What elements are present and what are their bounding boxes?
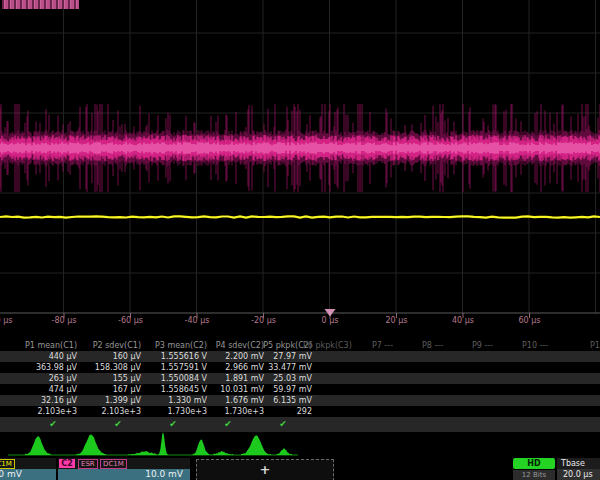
channel-descriptor-c1[interactable]: DC1M 10.0 mV: [0, 458, 56, 480]
measure-row-mean: 363.98 µV 158.308 µV 1.557591 V 2.966 mV…: [0, 362, 600, 373]
status-check-icon: ✔: [222, 417, 234, 431]
add-trace-button[interactable]: +: [196, 459, 334, 480]
measure-header-row: P1 mean(C1) P2 sdev(C1) P3 mean(C2) P4 s…: [0, 340, 600, 351]
param-header-p11[interactable]: P11: [590, 340, 600, 351]
time-axis-label: -100 µs: [0, 315, 12, 327]
param-header-p9[interactable]: P9 ---: [472, 340, 493, 351]
histicon: [76, 435, 106, 455]
measure-cell: 155 µV: [69, 373, 141, 384]
measure-row-value: 440 µV 160 µV 1.555616 V 2.200 mV 27.97 …: [0, 351, 600, 362]
measure-cell: 167 µV: [69, 384, 141, 395]
measure-cell: 33.477 mV: [240, 362, 312, 373]
measure-cell: 160 µV: [69, 351, 141, 362]
time-axis-label: -20 µs: [251, 315, 276, 327]
measure-cell: 27.97 mV: [240, 351, 312, 362]
histicon: [158, 433, 168, 455]
c2-esr-badge: ESR: [78, 459, 98, 469]
measure-cell: 363.98 µV: [5, 362, 77, 373]
param-header-p1[interactable]: P1 mean(C1): [5, 340, 77, 351]
status-check-icon: ✔: [47, 417, 59, 431]
measure-cell: 59.97 mV: [240, 384, 312, 395]
time-axis-label: -80 µs: [52, 315, 77, 327]
time-axis-label: 40 µs: [452, 315, 474, 327]
timebase-value: 20.0 µs: [557, 469, 600, 480]
measure-cell: 25.03 mV: [240, 373, 312, 384]
measure-cell: 6.135 mV: [240, 395, 312, 406]
time-axis-label: -60 µs: [118, 315, 143, 327]
param-header-p5[interactable]: P5 pkpk(C2): [240, 340, 312, 351]
measure-cell: 32.16 µV: [5, 395, 77, 406]
param-header-p7[interactable]: P7 ---: [372, 340, 393, 351]
measure-cell: 292: [240, 406, 312, 417]
measure-cell: 263 µV: [5, 373, 77, 384]
c1-scale-value: 10.0 mV: [0, 469, 22, 480]
bit-resolution-label: 12 Bits: [513, 470, 555, 480]
time-axis-label: 0 µs: [322, 315, 339, 327]
histicon: [241, 435, 271, 455]
c2-coupling-badge: DC1M: [100, 459, 127, 469]
measure-row-max: 474 µV 167 µV 1.558645 V 10.031 mV 59.97…: [0, 384, 600, 395]
timebase-title: Tbase: [557, 458, 600, 469]
param-header-p2[interactable]: P2 sdev(C1): [69, 340, 141, 351]
histicon: [25, 436, 51, 455]
param-header-p6[interactable]: P6 pkpk(C3): [303, 340, 352, 351]
top-left-cropped-label: [2, 0, 79, 9]
measure-row-min: 263 µV 155 µV 1.550084 V 1.891 mV 25.03 …: [0, 373, 600, 384]
c1-coupling-badge: DC1M: [0, 459, 15, 469]
measure-row-status: ✔ ✔ ✔ ✔ ✔: [0, 417, 600, 432]
time-axis-label: 60 µs: [519, 315, 541, 327]
plus-icon: +: [260, 462, 271, 477]
channel-descriptor-c2[interactable]: C2 ESR DC1M 10.0 mV: [58, 458, 190, 480]
c2-channel-badge: C2: [59, 459, 75, 468]
measure-cell: 2.103e+3: [69, 406, 141, 417]
measure-cell: 2.103e+3: [5, 406, 77, 417]
measure-cell: 474 µV: [5, 384, 77, 395]
measure-row-sdev: 32.16 µV 1.399 µV 1.330 mV 1.676 mV 6.13…: [0, 395, 600, 406]
histicon: [276, 448, 292, 455]
status-check-icon: ✔: [167, 417, 179, 431]
measure-table: P1 mean(C1) P2 sdev(C1) P3 mean(C2) P4 s…: [0, 340, 600, 432]
timebase-descriptor[interactable]: Tbase 20.0 µs: [557, 458, 600, 480]
histicon: [211, 451, 233, 455]
histicon-strip: [0, 432, 600, 458]
time-axis-strip: -100 µs-80 µs-60 µs-40 µs-20 µs0 µs20 µs…: [0, 315, 600, 327]
param-header-p10[interactable]: P10 ---: [522, 340, 548, 351]
time-axis-label: -40 µs: [185, 315, 210, 327]
c2-scale-value: 10.0 mV: [145, 469, 183, 480]
measure-cell: 1.399 µV: [69, 395, 141, 406]
histicon: [192, 440, 210, 455]
measure-cell: 158.308 µV: [69, 362, 141, 373]
measure-row-num: 2.103e+3 2.103e+3 1.730e+3 1.730e+3 292: [0, 406, 600, 417]
plot-area[interactable]: [0, 0, 600, 332]
measure-cell: 440 µV: [5, 351, 77, 362]
hd-mode-badge[interactable]: HD: [513, 458, 555, 469]
histicon: [128, 451, 162, 455]
status-check-icon: ✔: [277, 417, 289, 431]
oscilloscope-screen: -100 µs-80 µs-60 µs-40 µs-20 µs0 µs20 µs…: [0, 0, 600, 480]
param-header-p8[interactable]: P8 ---: [422, 340, 443, 351]
status-check-icon: ✔: [112, 417, 124, 431]
time-axis-label: 20 µs: [386, 315, 408, 327]
